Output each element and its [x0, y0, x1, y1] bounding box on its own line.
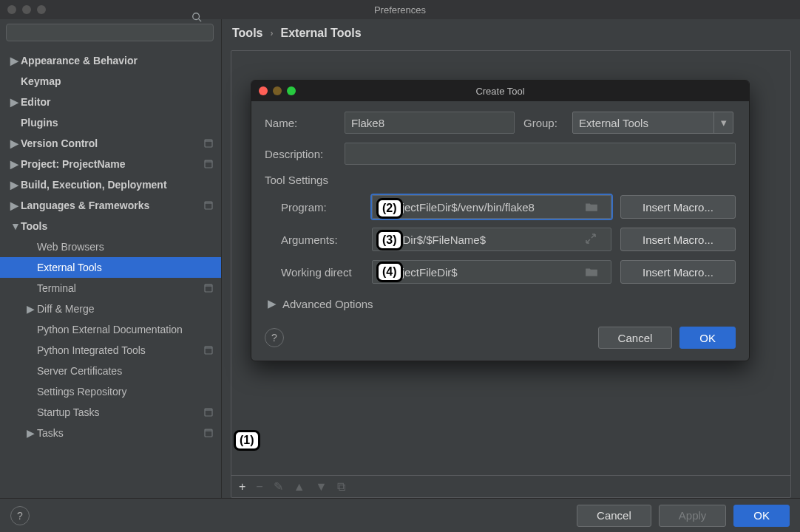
move-down-button[interactable]: ▼: [316, 481, 328, 493]
chevron-right-icon: ▶: [27, 303, 37, 315]
preferences-sidebar: ▶Appearance & BehaviorKeymap▶EditorPlugi…: [0, 19, 222, 498]
breadcrumb-leaf: External Tools: [280, 27, 361, 40]
search-input[interactable]: [6, 24, 214, 41]
sidebar-item-label: Startup Tasks: [37, 406, 199, 418]
insert-macro-arguments-button[interactable]: Insert Macro...: [620, 228, 736, 251]
svg-rect-9: [205, 284, 212, 287]
breadcrumb-root[interactable]: Tools: [232, 27, 262, 40]
sidebar-item-label: Python Integrated Tools: [37, 344, 199, 356]
sidebar-item-label: Tools: [21, 220, 214, 232]
name-label: Name:: [265, 117, 336, 129]
project-level-icon: [203, 407, 214, 417]
svg-rect-11: [205, 347, 212, 349]
sidebar-item-languages-frameworks[interactable]: ▶Languages & Frameworks: [0, 195, 221, 216]
dialog-ok-button[interactable]: OK: [679, 327, 736, 349]
sidebar-item-web-browsers[interactable]: Web Browsers: [0, 236, 221, 257]
sidebar-item-diff-merge[interactable]: ▶Diff & Merge: [0, 299, 221, 319]
window-title: Preferences: [0, 4, 800, 16]
remove-tool-button[interactable]: −: [256, 481, 262, 493]
advanced-options-label: Advanced Options: [282, 298, 373, 310]
sidebar-item-settings-repository[interactable]: Settings Repository: [0, 381, 221, 402]
chevron-right-icon: ▶: [10, 55, 21, 66]
workdir-input[interactable]: [372, 260, 611, 284]
program-input[interactable]: [372, 195, 611, 219]
sidebar-item-external-tools[interactable]: External Tools: [0, 257, 221, 278]
chevron-right-icon: ▶: [268, 297, 277, 310]
sidebar-item-label: Web Browsers: [37, 241, 214, 253]
sidebar-item-label: Project: ProjectName: [21, 158, 199, 170]
sidebar-item-editor[interactable]: ▶Editor: [0, 92, 221, 112]
group-dropdown[interactable]: External Tools ▾: [572, 112, 733, 134]
sidebar-item-label: Editor: [21, 96, 214, 108]
chevron-right-icon: ▶: [10, 179, 21, 191]
sidebar-item-project-projectname[interactable]: ▶Project: ProjectName: [0, 154, 221, 174]
sidebar-item-keymap[interactable]: Keymap: [0, 71, 221, 92]
sidebar-item-server-certificates[interactable]: Server Certificates: [0, 361, 221, 381]
expand-icon[interactable]: [585, 233, 598, 246]
dialog-title: Create Tool: [251, 86, 749, 97]
sidebar-item-label: Python External Documentation: [37, 324, 214, 335]
chevron-right-icon: ▶: [27, 427, 37, 439]
project-level-icon: [203, 283, 214, 293]
insert-macro-program-button[interactable]: Insert Macro...: [620, 195, 736, 219]
preferences-ok-button[interactable]: OK: [733, 505, 790, 527]
project-level-icon: [203, 345, 214, 355]
tools-list-toolbar: + − ✎ ▲ ▼ ⧉: [231, 475, 790, 497]
sidebar-item-plugins[interactable]: Plugins: [0, 112, 221, 133]
svg-rect-7: [205, 202, 212, 204]
external-tools-area: Create Tool Name: Group: External Tools …: [231, 50, 791, 498]
svg-rect-13: [205, 409, 212, 411]
preferences-help-button[interactable]: ?: [10, 506, 30, 525]
sidebar-item-build-execution-deployment[interactable]: ▶Build, Execution, Deployment: [0, 174, 221, 195]
sidebar-item-label: Terminal: [37, 282, 199, 294]
chevron-right-icon: ▶: [10, 200, 21, 211]
advanced-options-toggle[interactable]: ▶ Advanced Options: [268, 297, 736, 310]
description-label: Description:: [265, 148, 336, 160]
chevron-right-icon: ▶: [10, 96, 21, 108]
sidebar-item-version-control[interactable]: ▶Version Control: [0, 133, 221, 154]
chevron-down-icon: ▼: [10, 220, 21, 232]
sidebar-item-terminal[interactable]: Terminal: [0, 278, 221, 299]
sidebar-item-label: Build, Execution, Deployment: [21, 179, 214, 191]
callout-2: (2): [376, 198, 403, 219]
svg-rect-3: [205, 140, 212, 142]
insert-macro-workdir-button[interactable]: Insert Macro...: [620, 260, 736, 284]
copy-tool-button[interactable]: ⧉: [337, 481, 345, 493]
preferences-cancel-button[interactable]: Cancel: [577, 505, 651, 527]
group-dropdown-value: External Tools: [579, 117, 648, 129]
preferences-bottombar: ? Cancel Apply OK: [0, 498, 800, 532]
add-tool-button[interactable]: +: [239, 481, 245, 493]
sidebar-item-startup-tasks[interactable]: Startup Tasks: [0, 402, 221, 423]
window-titlebar: Preferences: [0, 0, 800, 19]
preferences-apply-button[interactable]: Apply: [659, 505, 727, 527]
move-up-button[interactable]: ▲: [294, 481, 305, 493]
breadcrumb: Tools › External Tools: [222, 19, 800, 46]
chevron-right-icon: ›: [270, 28, 273, 38]
sidebar-item-label: Languages & Frameworks: [21, 200, 199, 211]
edit-tool-button[interactable]: ✎: [274, 481, 283, 493]
sidebar-item-label: Server Certificates: [37, 365, 214, 377]
folder-icon[interactable]: [585, 265, 598, 279]
sidebar-item-label: Version Control: [21, 137, 199, 149]
name-input[interactable]: [345, 112, 515, 134]
preferences-tree: ▶Appearance & BehaviorKeymap▶EditorPlugi…: [0, 46, 221, 448]
sidebar-item-tasks[interactable]: ▶Tasks: [0, 423, 221, 443]
arguments-input[interactable]: [372, 228, 611, 251]
callout-1: (1): [234, 430, 260, 451]
callout-4: (4): [376, 262, 403, 282]
workdir-label: Working direct: [265, 266, 372, 279]
preferences-pane: Tools › External Tools Create Tool Name:: [222, 19, 800, 498]
callout-3: (3): [376, 230, 403, 250]
sidebar-item-tools[interactable]: ▼Tools: [0, 216, 221, 236]
chevron-down-icon[interactable]: ▾: [713, 112, 733, 133]
create-tool-dialog: Create Tool Name: Group: External Tools …: [251, 80, 750, 361]
sidebar-item-python-integrated-tools[interactable]: Python Integrated Tools: [0, 340, 221, 361]
dialog-titlebar: Create Tool: [251, 81, 749, 101]
description-input[interactable]: [345, 143, 736, 165]
folder-icon[interactable]: [585, 200, 598, 214]
dialog-cancel-button[interactable]: Cancel: [598, 327, 673, 349]
dialog-help-button[interactable]: ?: [265, 328, 284, 347]
program-label: Program:: [265, 201, 372, 214]
sidebar-item-python-external-documentation[interactable]: Python External Documentation: [0, 319, 221, 340]
sidebar-item-appearance-behavior[interactable]: ▶Appearance & Behavior: [0, 50, 221, 71]
